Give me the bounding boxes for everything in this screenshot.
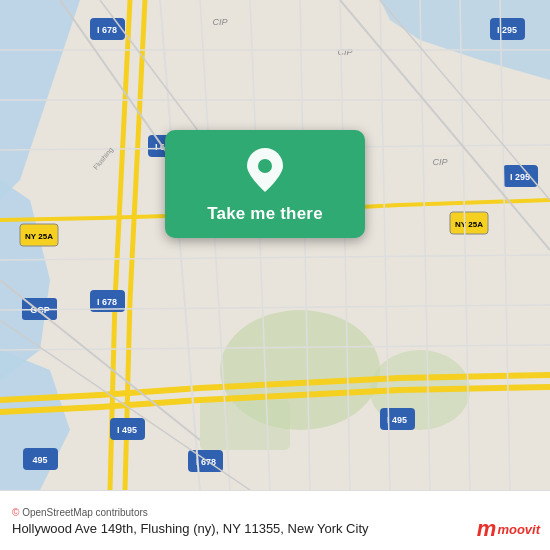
svg-text:CIP: CIP — [212, 17, 227, 27]
svg-text:CIP: CIP — [432, 157, 447, 167]
svg-text:495: 495 — [32, 455, 47, 465]
svg-rect-7 — [200, 400, 290, 450]
svg-point-57 — [258, 159, 272, 173]
footer: © OpenStreetMap contributors Hollywood A… — [0, 490, 550, 550]
svg-text:I 678: I 678 — [97, 25, 117, 35]
moovit-m-icon: m — [477, 516, 496, 542]
svg-text:I 495: I 495 — [387, 415, 407, 425]
svg-text:I 678: I 678 — [97, 297, 117, 307]
svg-text:NY 25A: NY 25A — [25, 232, 53, 241]
svg-text:CIP: CIP — [337, 47, 352, 57]
moovit-logo: m moovit — [477, 516, 540, 542]
moovit-text: moovit — [497, 522, 540, 537]
osm-credit-text: OpenStreetMap contributors — [22, 507, 148, 518]
map-view: I 678 I 678 I 678 I 495 I 495 NY 25A NY … — [0, 0, 550, 490]
take-me-there-label: Take me there — [207, 204, 323, 224]
location-pin-icon — [247, 148, 283, 196]
svg-text:I 495: I 495 — [117, 425, 137, 435]
svg-text:NY 25A: NY 25A — [455, 220, 483, 229]
osm-credit: © OpenStreetMap contributors — [12, 507, 538, 518]
address-line: Hollywood Ave 149th, Flushing (ny), NY 1… — [12, 521, 538, 536]
copyright-symbol: © — [12, 507, 19, 518]
map-background: I 678 I 678 I 678 I 495 I 495 NY 25A NY … — [0, 0, 550, 490]
take-me-there-button[interactable]: Take me there — [165, 130, 365, 238]
